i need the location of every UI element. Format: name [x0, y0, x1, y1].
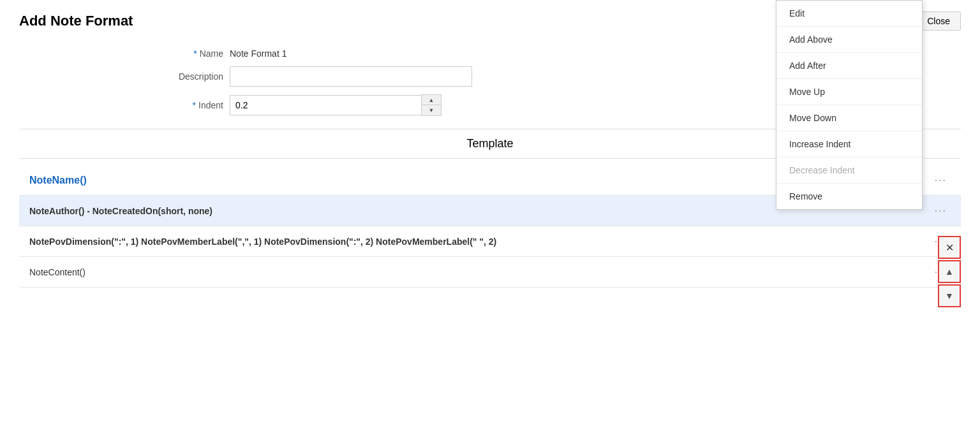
table-row: NotePovDimension(":", 1) NotePovMemberLa… [19, 226, 961, 257]
side-down-button[interactable]: ▼ [938, 284, 961, 307]
indent-up-button[interactable]: ▲ [422, 95, 441, 105]
name-value: Note Format 1 [230, 48, 286, 59]
context-menu-item-add-after[interactable]: Add After [776, 53, 922, 79]
context-menu-item-edit[interactable]: Edit [776, 1, 922, 27]
context-menu-item-remove[interactable]: Remove [776, 184, 922, 209]
context-menu-item-decrease-indent: Decrease Indent [776, 157, 922, 184]
table-row: NoteContent() ··· [19, 257, 961, 288]
context-menu-item-increase-indent[interactable]: Increase Indent [776, 131, 922, 157]
description-label: Description [147, 71, 223, 82]
page-container: Add Note Format Close *Name Note Format … [0, 0, 980, 300]
indent-control: ▲ ▼ [230, 94, 442, 116]
name-label: *Name [147, 48, 223, 59]
x-icon: ✕ [946, 242, 954, 254]
indent-down-button[interactable]: ▼ [422, 105, 441, 115]
row-menu-button[interactable]: ··· [931, 204, 951, 218]
row-text: NoteName() [29, 175, 87, 186]
indent-input[interactable] [230, 95, 421, 115]
row-menu-button[interactable]: ··· [931, 173, 951, 187]
close-button[interactable]: Close [916, 11, 961, 31]
context-menu-item-move-up[interactable]: Move Up [776, 79, 922, 105]
indent-spinner: ▲ ▼ [421, 94, 442, 116]
row-text: NotePovDimension(":", 1) NotePovMemberLa… [29, 237, 496, 247]
context-menu-item-move-down[interactable]: Move Down [776, 105, 922, 131]
context-menu-item-add-above[interactable]: Add Above [776, 27, 922, 53]
side-up-button[interactable]: ▲ [938, 260, 961, 283]
row-text: NoteContent() [29, 267, 85, 277]
down-icon: ▼ [945, 291, 954, 301]
indent-required-star: * [193, 100, 196, 110]
side-actions: ✕ ▲ ▼ [938, 236, 961, 307]
up-icon: ▲ [945, 266, 954, 277]
description-input[interactable] [230, 66, 472, 87]
name-required-star: * [193, 48, 197, 59]
side-x-button[interactable]: ✕ [938, 236, 961, 259]
context-menu: Edit Add Above Add After Move Up Move Do… [776, 0, 923, 210]
indent-label: *Indent [147, 100, 223, 110]
row-text: NoteAuthor() - NoteCreatedOn(short, none… [29, 206, 212, 216]
